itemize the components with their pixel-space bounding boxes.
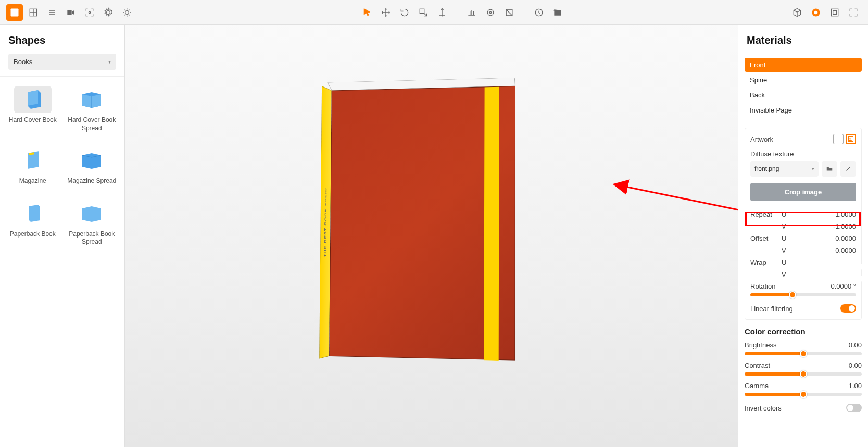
shape-item-paperback[interactable]: Paperback Book (4, 195, 61, 252)
rotation-value[interactable]: 0.0000 (831, 282, 851, 290)
shape-item-paperback-spread[interactable]: Paperback Book Spread (64, 195, 121, 252)
v-label: V (782, 246, 797, 254)
offset-label: Offset (750, 234, 782, 242)
offset-u-input[interactable]: 0.0000 (797, 234, 856, 242)
snap-icon[interactable] (463, 4, 480, 21)
brightness-slider[interactable] (745, 352, 862, 355)
move-icon[interactable] (378, 4, 394, 21)
grid-icon[interactable] (25, 4, 42, 21)
offset-v-row: V 0.0000 (750, 244, 856, 256)
shape-item-hardcover[interactable]: Hard Cover Book (4, 81, 61, 138)
svg-point-5 (487, 9, 494, 16)
invert-colors-label: Invert colors (745, 404, 782, 412)
repeat-u-row: Repeat U 1.0000 (750, 208, 856, 220)
svg-rect-4 (420, 9, 424, 13)
select-cursor-icon[interactable] (359, 4, 375, 21)
gamma-label: Gamma (745, 382, 769, 390)
target-icon[interactable] (482, 4, 499, 21)
light-icon[interactable] (119, 4, 135, 21)
spine-text: THE BEST BOOK EVER! (324, 187, 327, 257)
v-label: V (782, 270, 797, 278)
book-spread-icon (79, 89, 104, 110)
diffuse-texture-label: Diffuse texture (750, 150, 856, 158)
offset-u-row: Offset U 0.0000 (750, 232, 856, 244)
svg-point-6 (489, 11, 491, 13)
list-icon[interactable] (44, 4, 60, 21)
material-tab-back[interactable]: Back (745, 88, 862, 102)
category-label: Books (14, 58, 32, 66)
brightness-value[interactable]: 0.00 (849, 341, 862, 349)
contrast-value[interactable]: 0.00 (849, 362, 862, 369)
magazine-icon (20, 150, 45, 171)
contrast-label: Contrast (745, 362, 770, 369)
brightness-label: Brightness (745, 341, 776, 349)
gamma-slider[interactable] (745, 393, 862, 396)
rotate-icon[interactable] (396, 4, 413, 21)
repeat-v-row: V -1.0000 (750, 220, 856, 232)
clear-texture-button[interactable] (840, 161, 856, 177)
shapes-panel: Shapes Books ▾ Hard Cover Book Hard Cove… (0, 25, 125, 447)
paperback-spread-icon (79, 203, 104, 224)
material-tab-invisible[interactable]: Invisible Page (745, 103, 862, 117)
shape-item-magazine[interactable]: Magazine (4, 142, 61, 191)
crop-image-button[interactable]: Crop image (750, 183, 856, 201)
svg-point-16 (850, 138, 851, 139)
material-tab-spine[interactable]: Spine (745, 73, 862, 87)
repeat-v-input[interactable]: -1.0000 (797, 222, 856, 230)
linear-filtering-label: Linear filtering (750, 305, 793, 313)
artwork-label: Artwork (750, 135, 773, 143)
transform-icon[interactable] (434, 4, 450, 21)
shapes-category-select[interactable]: Books ▾ (8, 54, 116, 70)
fullscreen-icon[interactable] (845, 4, 862, 21)
svg-point-2 (89, 11, 90, 13)
svg-point-10 (814, 10, 818, 14)
add-shape-button[interactable] (6, 4, 23, 21)
contrast-slider[interactable] (745, 372, 862, 376)
svg-rect-11 (831, 9, 838, 16)
texture-section: Artwork Diffuse texture front.png ▾ Crop (745, 128, 862, 320)
texture-file-select[interactable]: front.png ▾ (750, 161, 819, 177)
window-icon[interactable] (826, 4, 843, 21)
browse-texture-button[interactable] (822, 161, 837, 177)
rotation-label: Rotation (750, 282, 775, 290)
shape-label: Paperback Book Spread (66, 230, 119, 246)
layer-icon[interactable] (501, 4, 518, 21)
cube-icon[interactable] (789, 4, 806, 21)
repeat-label: Repeat (750, 210, 782, 218)
materials-panel-title: Materials (738, 25, 868, 54)
paperback-icon (20, 203, 45, 224)
material-tabs: Front Spine Back Invisible Page (738, 54, 868, 122)
clock-icon[interactable] (531, 4, 547, 21)
shape-label: Paperback Book (10, 230, 56, 239)
u-label: U (782, 210, 797, 218)
texture-file-name: front.png (754, 165, 779, 172)
shapes-panel-title: Shapes (0, 25, 124, 54)
shape-item-magazine-spread[interactable]: Magazine Spread (64, 142, 121, 191)
rotation-slider[interactable] (750, 293, 856, 296)
shape-label: Magazine (19, 177, 46, 185)
shapes-grid: Hard Cover Book Hard Cover Book Spread M… (0, 76, 124, 256)
shape-item-hardcover-spread[interactable]: Hard Cover Book Spread (64, 81, 121, 138)
svg-point-3 (125, 10, 129, 14)
invert-colors-toggle[interactable] (846, 404, 862, 412)
linear-filtering-toggle[interactable] (840, 304, 856, 313)
shape-label: Magazine Spread (67, 177, 116, 185)
gamma-value[interactable]: 1.00 (849, 382, 862, 390)
scale-icon[interactable] (415, 4, 432, 21)
chevron-down-icon: ▾ (812, 166, 814, 171)
book-closed-icon (20, 89, 45, 110)
artwork-image-button[interactable] (846, 134, 856, 144)
material-tab-front[interactable]: Front (745, 58, 862, 72)
clapboard-icon[interactable] (549, 4, 566, 21)
u-label: U (782, 234, 797, 242)
svg-rect-12 (833, 10, 837, 14)
viewport-3d[interactable]: THE BEST BOOK EVER! (125, 25, 738, 447)
camera-icon[interactable] (62, 4, 79, 21)
materials-icon[interactable] (808, 4, 824, 21)
artwork-color-button[interactable] (833, 134, 844, 144)
shape-label: Hard Cover Book (9, 116, 57, 125)
focus-icon[interactable] (81, 4, 98, 21)
offset-v-input[interactable]: 0.0000 (797, 246, 856, 254)
repeat-u-input[interactable]: 1.0000 (797, 210, 856, 218)
gear-icon[interactable] (100, 4, 117, 21)
